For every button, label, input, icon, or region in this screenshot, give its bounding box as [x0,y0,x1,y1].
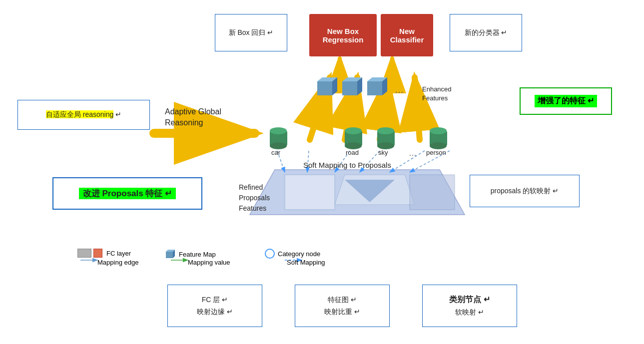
feature-map-cn-box: 特征图 ↵ 映射比重 ↵ [295,285,390,327]
fc-cn-box: FC 层 ↵ 映射边缘 ↵ [167,285,262,327]
adaptive-cn-label: 自适应全局 reasoning ↵ [46,110,121,119]
svg-point-32 [430,127,447,134]
svg-line-20 [390,151,425,172]
gai-proposals-highlight: 改进 Proposals 特征 ↵ [79,188,176,199]
legend-category-node: Category node [265,249,320,259]
svg-point-30 [377,142,394,149]
new-classifier-label: NewClassifier [390,27,424,44]
xin-classifier-box: 新的分类器 ↵ [450,14,522,51]
category-cn-box: 类别节点 ↵ 软映射 ↵ [422,285,517,327]
car-label: car [271,149,280,156]
xin-box-regression-box: 新 Box 回归 ↵ [215,14,287,51]
fc-cn-label: FC 层 ↵ [202,296,228,305]
proposals-ruan-label: proposals 的软映射 ↵ [491,187,559,196]
legend-mapping-value: Mapping value [168,259,230,266]
adaptive-global-label: Adaptive GlobalReasoning [165,106,221,129]
svg-rect-7 [410,175,455,210]
feature-map-icon [165,249,176,260]
category-cn-label: 类别节点 ↵ [449,295,490,305]
svg-point-23 [270,127,287,134]
svg-point-27 [345,142,362,149]
legend-feature-map-label: Feature Map [179,251,216,258]
svg-rect-34 [317,81,332,95]
legend-mapping-edge: Mapping edge [77,259,138,266]
svg-line-10 [310,77,330,140]
svg-line-12 [380,77,387,140]
adaptive-cn-box: 自适应全局 reasoning ↵ [17,100,150,130]
svg-rect-25 [345,131,362,146]
svg-marker-8 [345,180,395,202]
legend-soft-mapping: Soft Mapping [267,259,325,266]
legend-circle-icon [265,249,275,259]
legend-fc-orange [93,249,102,258]
legend-category-label: Category node [278,250,320,258]
svg-line-11 [345,77,357,140]
road-label: road [346,149,359,156]
xin-classifier-label: 新的分类器 ↵ [465,28,508,37]
svg-marker-35 [317,77,337,81]
sky-label: sky [378,149,388,156]
svg-marker-42 [382,77,387,95]
gai-proposals-box: 改进 Proposals 特征 ↵ [52,177,202,210]
new-box-regression-box: New BoxRegression [309,14,377,56]
svg-marker-39 [357,77,362,95]
mapping-value-cn-label: 映射比重 ↵ [324,308,360,317]
svg-rect-46 [166,252,173,258]
svg-marker-41 [367,77,387,81]
new-classifier-box: NewClassifier [381,14,433,56]
proposals-ruan-box: proposals 的软映射 ↵ [470,175,580,207]
refined-proposals-label: RefinedProposalsFeatures [239,182,270,214]
enhanced-features-cn-box: 增强了的特征 ↵ [520,87,612,115]
svg-point-33 [430,142,447,149]
legend-fc-gray [77,249,91,258]
gai-proposals-label: 改进 Proposals 特征 ↵ [79,188,176,199]
svg-point-24 [270,142,287,149]
svg-marker-36 [332,77,337,95]
svg-marker-4 [250,170,465,215]
enhanced-features-cn-label: 增强了的特征 ↵ [535,95,597,107]
ellipsis-cubes: … [395,85,404,95]
legend-fc-label: FC layer [106,250,131,257]
svg-point-26 [345,127,362,134]
mapping-edge-cn-label: 映射边缘 ↵ [197,308,233,317]
diagram-container: 新 Box 回归 ↵ New BoxRegression NewClassifi… [0,0,644,344]
legend-fc-layer: FC layer [77,249,131,258]
legend-soft-mapping-label: Soft Mapping [287,259,325,266]
soft-mapping-label: Soft Mapping to Proposals [303,161,391,169]
new-box-regression-label: New BoxRegression [323,27,364,44]
legend-mapping-edge-label: Mapping edge [97,259,138,266]
legend-mapping-value-label: Mapping value [188,259,230,266]
legend-feature-map: Feature Map [165,249,216,260]
svg-marker-6 [335,175,415,205]
svg-rect-31 [430,131,447,146]
enhanced-features-label: EnhancedFeatures [422,85,452,103]
svg-rect-37 [342,81,357,95]
svg-rect-28 [377,131,395,146]
svg-line-13 [415,77,420,140]
svg-rect-5 [285,175,335,210]
adaptive-highlight: 自适应全局 reasoning [46,110,113,118]
svg-rect-22 [270,131,287,146]
xin-box-regression-label: 新 Box 回归 ↵ [229,28,274,37]
svg-rect-40 [367,81,382,95]
svg-point-29 [377,127,394,134]
feature-map-cn-label: 特征图 ↵ [328,296,357,305]
person-label: person [426,149,446,156]
svg-marker-38 [342,77,362,81]
ellipsis-nodes: … [409,149,417,158]
soft-mapping-cn-label: 软映射 ↵ [455,308,484,317]
